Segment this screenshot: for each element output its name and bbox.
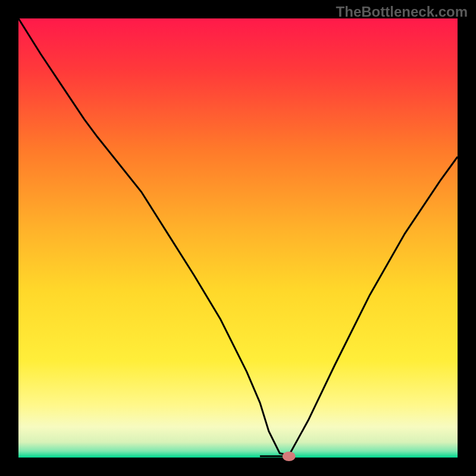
optimal-point-marker — [283, 452, 296, 461]
plot-background — [18, 18, 458, 458]
watermark-text: TheBottleneck.com — [336, 4, 468, 20]
bottleneck-chart: TheBottleneck.com — [0, 0, 476, 476]
chart-svg — [0, 0, 476, 476]
